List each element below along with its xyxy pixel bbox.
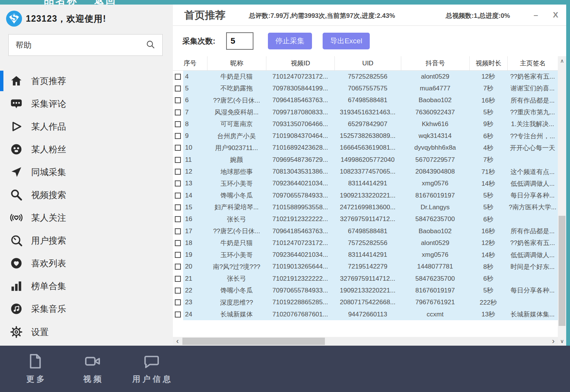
sidebar-item-settings[interactable]: 设置	[0, 321, 173, 343]
scroll-left-icon[interactable]: ‹	[174, 337, 181, 346]
row-checkbox[interactable]	[175, 74, 181, 80]
row-checkbox[interactable]	[175, 157, 181, 163]
table-row[interactable]: 5不吃奶露拖70978305844199...70657557575mua647…	[173, 82, 558, 94]
table-row[interactable]: 22馋嘴小冬瓜70970655784933...19092133220221..…	[173, 285, 558, 296]
bottombar-item-user-info[interactable]: 用 户 信 息	[132, 352, 171, 384]
sidebar-item-works[interactable]: 某人作品	[0, 115, 173, 138]
row-checkbox[interactable]	[175, 204, 181, 210]
row-nickname: 张长弓	[207, 213, 266, 225]
row-checkbox[interactable]	[175, 169, 181, 175]
row-checkbox[interactable]	[175, 193, 181, 199]
row-checkbox[interactable]	[175, 145, 181, 151]
column-header-5[interactable]: 抖音号	[401, 56, 469, 70]
sidebar-item-follows[interactable]: 某人关注	[0, 206, 173, 229]
row-douyin-id: Dr.Langys	[401, 201, 469, 213]
vertical-scroll-thumb[interactable]	[559, 216, 565, 326]
table-row[interactable]: 12地球那些事70813043531386...10823377457065..…	[173, 166, 558, 177]
table-row[interactable]: 18牛奶是只猫71012470723172...75725282556alont…	[173, 237, 558, 249]
sidebar-item-comments[interactable]: 采集评论	[0, 92, 173, 115]
row-uid: 16664563619081...	[334, 142, 401, 154]
row-signature: ??奶爸家有五...	[507, 237, 558, 249]
play-icon	[9, 119, 24, 134]
table-row[interactable]: 4牛奶是只猫71012470723172...75725282556alont0…	[173, 71, 558, 82]
row-checkbox[interactable]	[175, 252, 181, 258]
sidebar-nav: 首页推荐采集评论某人作品某人粉丝同城采集视频搜索某人关注用户搜索喜欢列表榜单合集…	[0, 70, 173, 320]
table-row[interactable]: 8可可逛南京70931350706466...65297842907Kkhw61…	[173, 118, 558, 130]
row-uid: 15257382638089...	[334, 130, 401, 142]
sidebar-item-label: 用户搜索	[31, 235, 66, 247]
table-row[interactable]: 10用户9023711...71016892423628...166645636…	[173, 142, 558, 154]
sidebar-item-fans[interactable]: 某人粉丝	[0, 138, 173, 161]
table-row[interactable]: 14馋嘴小冬瓜70970655784933...19092133220221..…	[173, 190, 558, 201]
collect-count-input[interactable]	[226, 32, 253, 50]
row-checkbox[interactable]	[175, 85, 181, 92]
row-checkbox[interactable]	[175, 180, 181, 187]
row-douyin-id: 58476235700	[401, 213, 469, 225]
table-row[interactable]: 17??唐艺(今日休...70964185463763...6749858848…	[173, 225, 558, 237]
column-header-4[interactable]: UID	[334, 56, 401, 70]
column-header-7[interactable]: 主页签名	[507, 56, 558, 70]
vertical-scrollbar[interactable]: ∧ ∨	[558, 56, 566, 346]
row-nickname: 馋嘴小冬瓜	[207, 285, 266, 296]
table-row[interactable]: 6??唐艺(今日休...70964185463763...67498588481…	[173, 95, 558, 106]
horizontal-scrollbar[interactable]: ‹ ›	[173, 337, 558, 346]
column-header-1[interactable]: 序号	[173, 56, 207, 70]
row-checkbox[interactable]	[175, 121, 181, 127]
row-checkbox[interactable]	[175, 299, 181, 305]
row-nickname: 不吃奶露拖	[207, 82, 266, 94]
sidebar-item-music[interactable]: 采集音乐	[0, 297, 173, 320]
row-checkbox[interactable]	[175, 276, 181, 282]
video-total-stats: 总视频数:1,总进度:0%	[446, 11, 510, 20]
sidebar-item-user-search[interactable]: 用户搜索	[0, 229, 173, 252]
column-header-2[interactable]: 昵称	[207, 56, 266, 70]
sidebar-item-home[interactable]: 首页推荐	[0, 70, 173, 92]
column-header-6[interactable]: 视频时长	[469, 56, 507, 70]
row-seq: 20	[185, 263, 192, 270]
table-row[interactable]: 13玉环小美哥70923644021034...83114414291xmg05…	[173, 178, 558, 190]
sidebar-item-video-search[interactable]: 视频搜索	[0, 183, 173, 206]
export-excel-button[interactable]: 导出Excel	[323, 33, 370, 49]
table-row[interactable]: 23深度思维??71019228865285...20807175422668.…	[173, 297, 558, 308]
scroll-right-icon[interactable]: ›	[549, 337, 557, 346]
main-content: 首页推荐 总评数:7.99万,约需3993次,当前第97次,进度:2.43% 总…	[173, 5, 566, 346]
close-button[interactable]: X	[549, 9, 562, 21]
stop-collect-button[interactable]: 停止采集	[268, 33, 312, 49]
sidebar-item-rankings[interactable]: 榜单合集	[0, 275, 173, 297]
top-strip-clipped-text-right: 返回	[94, 0, 117, 5]
row-checkbox[interactable]	[175, 109, 181, 115]
horizontal-scroll-thumb[interactable]	[182, 338, 325, 345]
row-duration: 8秒	[469, 261, 507, 273]
table-row[interactable]: 20南?风?过?境???71019013265644...72195142279…	[173, 261, 558, 273]
table-row[interactable]: 15妇产科梁培琴...71015889953558...247216998136…	[173, 201, 558, 213]
row-seq-cell: 6	[173, 95, 207, 106]
row-nickname: 台州房产小吴	[207, 130, 266, 142]
table-row[interactable]: 19玉环小美哥70923644021034...83114414291xmg05…	[173, 249, 558, 261]
row-checkbox[interactable]	[175, 228, 181, 234]
row-checkbox[interactable]	[175, 240, 181, 246]
table-row[interactable]: 7风湿免疫科胡...70997187080833...3193451632146…	[173, 106, 558, 118]
scroll-down-icon[interactable]: ∨	[558, 337, 566, 346]
table-row[interactable]: 16张长弓71021912322222...32769759114712...5…	[173, 213, 558, 225]
row-checkbox[interactable]	[175, 97, 181, 103]
search-input[interactable]: 帮助	[8, 34, 163, 56]
row-checkbox[interactable]	[175, 133, 181, 139]
sidebar-item-city[interactable]: 同城采集	[0, 161, 173, 183]
row-checkbox[interactable]	[175, 216, 181, 222]
table-row[interactable]: 24长城新媒体71020767687601...94472660113ccxmt…	[173, 308, 558, 320]
table-row[interactable]: 9台州房产小吴71019084370464...15257382638089..…	[173, 130, 558, 142]
row-video-id: 70964185463763...	[266, 95, 334, 106]
table-row[interactable]: 21张长弓71021912322222...32769759114712...5…	[173, 273, 558, 285]
row-checkbox[interactable]	[175, 264, 181, 270]
sidebar-item-likes[interactable]: 喜欢列表	[0, 252, 173, 275]
row-checkbox[interactable]	[175, 288, 181, 294]
row-checkbox[interactable]	[175, 311, 181, 318]
minimize-button[interactable]: –	[529, 9, 542, 21]
bottombar-item-video[interactable]: 视 频	[75, 352, 109, 384]
row-uid: 75725282556	[334, 71, 401, 82]
column-header-3[interactable]: 视频ID	[266, 56, 334, 70]
table-row[interactable]: 11婉颜70969548736729...1499862057720405670…	[173, 154, 558, 166]
scroll-up-icon[interactable]: ∧	[558, 56, 566, 65]
row-duration: 5秒	[469, 190, 507, 201]
bottombar-item-more[interactable]: 更 多	[18, 352, 52, 384]
row-douyin-id: 58476235700	[401, 273, 469, 285]
